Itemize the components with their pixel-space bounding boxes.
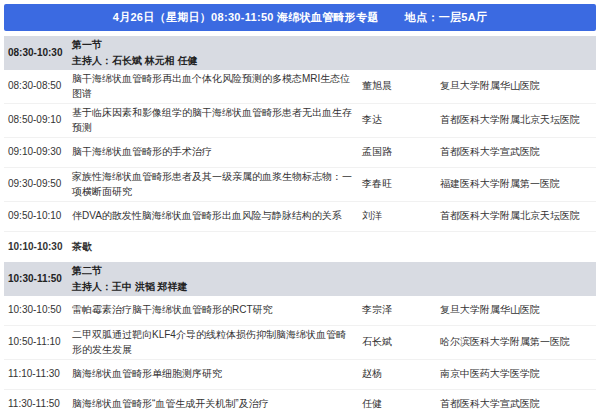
talk-title: 基于临床因素和影像组学的脑干海绵状血管畸形患者无出血生存预测 [72, 106, 352, 135]
talk-title: 雷帕霉素治疗脑干海绵状血管畸形的RCT研究 [72, 303, 352, 318]
time-cell: 11:30-11:50 [4, 397, 72, 412]
affiliation: 哈尔滨医科大学附属第一医院 [440, 335, 596, 350]
time-cell: 11:10-11:30 [4, 367, 72, 382]
talk-title-cell: 基于临床因素和影像组学的脑干海绵状血管畸形患者无出血生存预测 [72, 106, 362, 135]
talk-title: 脑干海绵状血管畸形再出血个体化风险预测的多模态MRI生态位图谱 [72, 72, 352, 101]
talk-row: 11:10-11:30脑海绵状血管畸形单细胞测序研究赵杨南京中医药大学医学院 [4, 360, 596, 390]
talk-title: 脑海绵状血管畸形单细胞测序研究 [72, 367, 352, 382]
speaker-name: 李春旺 [362, 177, 440, 192]
speaker-name: 董旭晨 [362, 79, 440, 94]
talk-title: 伴DVA的散发性脑海绵状血管畸形出血风险与静脉结构的关系 [72, 209, 352, 224]
talk-row: 08:30-08:50脑干海绵状血管畸形再出血个体化风险预测的多模态MRI生态位… [4, 70, 596, 104]
speaker-name: 刘洋 [362, 209, 440, 224]
talk-title: 家族性海绵状血管畸形患者及其一级亲属的血浆生物标志物：一项横断面研究 [72, 170, 352, 199]
talk-row: 09:50-10:10伴DVA的散发性脑海绵状血管畸形出血风险与静脉结构的关系刘… [4, 202, 596, 232]
talk-row: 10:50-11:10二甲双胍通过靶向KLF4介导的线粒体损伤抑制脑海绵状血管畸… [4, 326, 596, 360]
affiliation: 复旦大学附属华山医院 [440, 79, 596, 94]
agenda-page: 4月26日（星期日）08:30-11:50 海绵状血管畸形专题 地点：一层5A厅… [0, 0, 600, 418]
speaker-name: 赵杨 [362, 367, 440, 382]
session-banner-title: 4月26日（星期日）08:30-11:50 海绵状血管畸形专题 [113, 10, 379, 25]
time-cell: 09:10-09:30 [4, 145, 72, 160]
affiliation: 首都医科大学宣武医院 [440, 145, 596, 160]
speaker-name: 孟国路 [362, 145, 440, 160]
talk-row: 09:30-09:50家族性海绵状血管畸形患者及其一级亲属的血浆生物标志物：一项… [4, 168, 596, 202]
time-cell: 08:30-10:30 [4, 46, 72, 61]
session-info-cell: 第一节主持人：石长斌 林元相 任健 [72, 38, 362, 68]
affiliation: 首都医科大学附属北京天坛医院 [440, 209, 596, 224]
break-label: 茶歇 [72, 240, 352, 255]
affiliation: 复旦大学附属华山医院 [440, 303, 596, 318]
talk-title: 二甲双胍通过靶向KLF4介导的线粒体损伤抑制脑海绵状血管畸形的发生发展 [72, 328, 352, 357]
talk-title-cell: 伴DVA的散发性脑海绵状血管畸形出血风险与静脉结构的关系 [72, 209, 362, 224]
talk-title-cell: 脑海绵状血管畸形“血管生成开关机制”及治疗 [72, 397, 362, 412]
talk-title: 脑干海绵状血管畸形的手术治疗 [72, 145, 352, 160]
time-cell: 10:30-11:50 [4, 272, 72, 287]
talk-title-cell: 雷帕霉素治疗脑干海绵状血管畸形的RCT研究 [72, 303, 362, 318]
talk-row: 11:30-11:50脑海绵状血管畸形“血管生成开关机制”及治疗任健首都医科大学… [4, 390, 596, 418]
talk-row: 10:30-10:50雷帕霉素治疗脑干海绵状血管畸形的RCT研究李宗泽复旦大学附… [4, 296, 596, 326]
talk-title: 脑海绵状血管畸形“血管生成开关机制”及治疗 [72, 397, 352, 412]
session-banner: 4月26日（星期日）08:30-11:50 海绵状血管畸形专题 地点：一层5A厅 [4, 4, 596, 31]
affiliation: 首都医科大学宣武医院 [440, 397, 596, 412]
talk-title-cell: 脑干海绵状血管畸形再出血个体化风险预测的多模态MRI生态位图谱 [72, 72, 362, 101]
time-cell: 10:30-10:50 [4, 303, 72, 318]
time-cell: 10:50-11:10 [4, 335, 72, 350]
time-cell: 08:30-08:50 [4, 79, 72, 94]
session-chairs: 主持人：王中 洪韬 郑祥建 [72, 280, 352, 295]
talk-title-cell: 二甲双胍通过靶向KLF4介导的线粒体损伤抑制脑海绵状血管畸形的发生发展 [72, 328, 362, 357]
talk-row: 08:50-09:10基于临床因素和影像组学的脑干海绵状血管畸形患者无出血生存预… [4, 104, 596, 138]
section-row: 08:30-10:30第一节主持人：石长斌 林元相 任健 [4, 36, 596, 70]
talk-row: 09:10-09:30脑干海绵状血管畸形的手术治疗孟国路首都医科大学宣武医院 [4, 138, 596, 168]
affiliation: 首都医科大学附属北京天坛医院 [440, 113, 596, 128]
speaker-name: 李达 [362, 113, 440, 128]
time-cell: 10:10-10:30 [4, 240, 72, 255]
session-title: 第二节 [72, 264, 352, 279]
session-banner-location: 地点：一层5A厅 [405, 10, 487, 25]
schedule-rows: 08:30-10:30第一节主持人：石长斌 林元相 任健08:30-08:50脑… [4, 36, 596, 418]
talk-title-cell: 脑海绵状血管畸形单细胞测序研究 [72, 367, 362, 382]
speaker-name: 石长斌 [362, 335, 440, 350]
session-title: 第一节 [72, 38, 352, 53]
affiliation: 南京中医药大学医学院 [440, 367, 596, 382]
time-cell: 09:50-10:10 [4, 209, 72, 224]
talk-title-cell: 脑干海绵状血管畸形的手术治疗 [72, 145, 362, 160]
session-info-cell: 第二节主持人：王中 洪韬 郑祥建 [72, 264, 362, 294]
speaker-name: 任健 [362, 397, 440, 412]
break-row: 10:10-10:30茶歇 [4, 232, 596, 262]
session-chairs: 主持人：石长斌 林元相 任健 [72, 54, 352, 69]
section-row: 10:30-11:50第二节主持人：王中 洪韬 郑祥建 [4, 262, 596, 296]
time-cell: 09:30-09:50 [4, 177, 72, 192]
speaker-name: 李宗泽 [362, 303, 440, 318]
time-cell: 08:50-09:10 [4, 113, 72, 128]
talk-title-cell: 家族性海绵状血管畸形患者及其一级亲属的血浆生物标志物：一项横断面研究 [72, 170, 362, 199]
affiliation: 福建医科大学附属第一医院 [440, 177, 596, 192]
talk-title-cell: 茶歇 [72, 240, 362, 255]
